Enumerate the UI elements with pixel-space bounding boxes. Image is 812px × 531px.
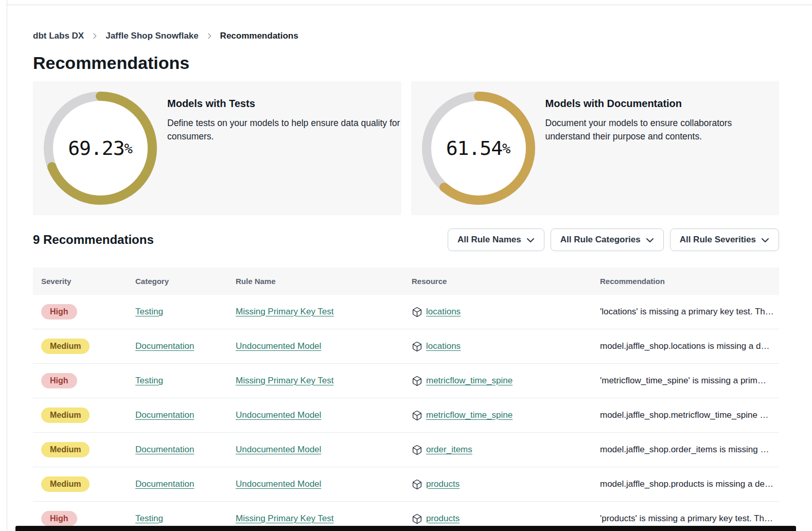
card-title: Models with Tests	[167, 98, 255, 110]
severity-badge: Medium	[41, 476, 90, 492]
filter-label: All Rule Severities	[680, 235, 756, 245]
recommendation-text: model.jaffle_shop.locations is missing a…	[592, 341, 779, 351]
column-header-rule-name: Rule Name	[227, 277, 403, 286]
table-body: HighTestingMissing Primary Key Testlocat…	[33, 295, 779, 531]
model-icon	[412, 479, 422, 490]
bottom-edge-artifact	[15, 526, 796, 531]
table-row: HighTestingMissing Primary Key Testmetri…	[33, 363, 779, 398]
chevron-right-icon	[206, 32, 213, 40]
percent-sign: %	[125, 140, 133, 156]
breadcrumb: dbt Labs DX Jaffle Shop Snowflake Recomm…	[33, 31, 779, 41]
chevron-down-icon	[761, 237, 769, 244]
resource-link[interactable]: locations	[426, 341, 461, 351]
filter-bar: All Rule Names All Rule Categories All R…	[448, 228, 779, 251]
chevron-down-icon	[526, 237, 535, 244]
rule-name-link[interactable]: Missing Primary Key Test	[236, 307, 334, 316]
tests-percent-value: 69.23	[68, 137, 124, 160]
resource-link[interactable]: metricflow_time_spine	[426, 410, 513, 420]
recommendation-text: model.jaffle_shop.order_items is missing…	[592, 445, 779, 455]
rule-name-link[interactable]: Missing Primary Key Test	[236, 376, 334, 385]
breadcrumb-project-link[interactable]: Jaffle Shop Snowflake	[105, 31, 198, 41]
metric-cards: 69.23% Models with Tests Define tests on…	[33, 81, 779, 215]
severity-badge: Medium	[41, 442, 90, 457]
donut-center: 61.54%	[431, 101, 526, 196]
recommendations-table: Severity Category Rule Name Resource Rec…	[33, 268, 779, 531]
donut-center: 69.23%	[53, 101, 148, 196]
severity-badge: Medium	[41, 339, 90, 354]
rule-name-link[interactable]: Undocumented Model	[236, 479, 321, 489]
severity-badge: Medium	[41, 408, 90, 423]
models-with-tests-card: 69.23% Models with Tests Define tests on…	[33, 81, 401, 215]
recommendation-text: 'metricflow_time_spine' is missing a pri…	[592, 376, 779, 386]
recommendation-text: model.jaffle_shop.products is missing a …	[592, 479, 779, 489]
resource-link[interactable]: products	[426, 514, 460, 524]
models-with-documentation-donut-chart: 61.54%	[422, 92, 535, 205]
category-link[interactable]: Documentation	[135, 445, 194, 454]
model-icon	[412, 307, 422, 317]
resource-link[interactable]: metricflow_time_spine	[426, 376, 513, 386]
recommendations-count-title: 9 Recommendations	[33, 233, 154, 247]
severity-badge: High	[41, 511, 77, 526]
category-link[interactable]: Testing	[135, 514, 163, 523]
resource-link[interactable]: locations	[426, 307, 461, 317]
model-icon	[412, 376, 422, 386]
category-link[interactable]: Documentation	[135, 410, 194, 420]
resource-link[interactable]: products	[426, 479, 460, 489]
model-icon	[412, 410, 422, 421]
recommendations-list-header: 9 Recommendations All Rule Names All Rul…	[33, 228, 779, 251]
category-link[interactable]: Documentation	[135, 479, 194, 489]
column-header-recommendation: Recommendation	[592, 277, 779, 286]
table-row: MediumDocumentationUndocumented Modelloc…	[33, 329, 779, 363]
severity-badge: High	[41, 373, 77, 388]
recommendation-text: 'locations' is missing a primary key tes…	[592, 307, 779, 317]
rule-severities-filter[interactable]: All Rule Severities	[670, 228, 779, 251]
rule-name-link[interactable]: Undocumented Model	[236, 410, 321, 420]
breadcrumb-account-link[interactable]: dbt Labs DX	[33, 31, 84, 41]
card-description: Define tests on your models to help ensu…	[167, 116, 401, 143]
rule-name-link[interactable]: Missing Primary Key Test	[236, 514, 334, 523]
percent-sign: %	[502, 140, 510, 156]
table-row: HighTestingMissing Primary Key Testlocat…	[33, 295, 779, 329]
rule-name-link[interactable]: Undocumented Model	[236, 341, 321, 351]
column-header-category: Category	[127, 277, 227, 286]
table-row: MediumDocumentationUndocumented Modelmet…	[33, 398, 779, 432]
recommendation-text: 'products' is missing a primary key test…	[592, 514, 779, 524]
chevron-right-icon	[91, 32, 98, 40]
column-header-resource: Resource	[403, 277, 592, 286]
chevron-down-icon	[646, 237, 654, 244]
category-link[interactable]: Testing	[135, 307, 163, 316]
model-icon	[412, 341, 422, 352]
rule-categories-filter[interactable]: All Rule Categories	[551, 228, 664, 251]
rule-name-link[interactable]: Undocumented Model	[236, 445, 321, 454]
recommendations-page: dbt Labs DX Jaffle Shop Snowflake Recomm…	[0, 0, 812, 531]
card-title: Models with Documentation	[545, 98, 682, 110]
table-row: MediumDocumentationUndocumented Modelpro…	[33, 467, 779, 501]
page-title: Recommendations	[33, 52, 779, 73]
breadcrumb-current: Recommendations	[220, 31, 298, 41]
resource-link[interactable]: order_items	[426, 445, 472, 455]
docs-percent-value: 61.54	[446, 137, 502, 160]
model-icon	[412, 445, 422, 455]
models-with-tests-donut-chart: 69.23%	[44, 92, 157, 205]
severity-badge: High	[41, 304, 77, 320]
rule-names-filter[interactable]: All Rule Names	[448, 228, 544, 251]
filter-label: All Rule Categories	[560, 235, 641, 245]
recommendation-text: model.jaffle_shop.metricflow_time_spine …	[592, 410, 779, 420]
model-icon	[412, 514, 422, 524]
category-link[interactable]: Documentation	[135, 341, 194, 351]
models-with-documentation-card: 61.54% Models with Documentation Documen…	[411, 81, 780, 215]
table-row: MediumDocumentationUndocumented Modelord…	[33, 432, 779, 467]
card-description: Document your models to ensure collabora…	[545, 116, 746, 143]
column-header-severity: Severity	[33, 277, 127, 286]
filter-label: All Rule Names	[457, 235, 521, 245]
table-header-row: Severity Category Rule Name Resource Rec…	[33, 268, 779, 295]
category-link[interactable]: Testing	[135, 376, 163, 385]
